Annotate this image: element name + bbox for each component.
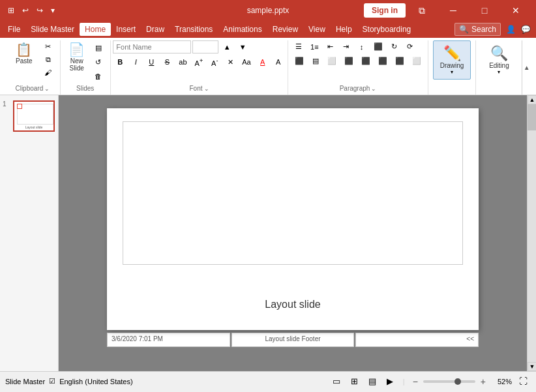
justify-button[interactable]: ⬛ bbox=[341, 55, 357, 67]
menu-transitions[interactable]: Transitions bbox=[170, 23, 218, 36]
align-middle-button[interactable]: ⬛ bbox=[375, 55, 391, 67]
slide-canvas[interactable]: Layout slide bbox=[107, 108, 479, 330]
paste-button[interactable]: 📋 Paste bbox=[10, 40, 38, 67]
drawing-group-label bbox=[434, 84, 471, 95]
slide-footer-page[interactable]: << bbox=[355, 333, 479, 347]
menu-storyboarding[interactable]: Storyboarding bbox=[357, 23, 417, 36]
smart-art-button[interactable]: ⟳ bbox=[403, 40, 417, 53]
clear-format-btn[interactable]: ✕ bbox=[223, 56, 237, 68]
increase-indent-button[interactable]: ⇥ bbox=[339, 40, 353, 53]
drawing-icon: ✏️ bbox=[443, 45, 461, 62]
font-size-down-button[interactable]: ▼ bbox=[235, 41, 250, 53]
reset-button[interactable]: ↺ bbox=[91, 56, 106, 68]
align-center-button[interactable]: ▤ bbox=[308, 55, 323, 67]
sign-in-button[interactable]: Sign in bbox=[364, 3, 406, 18]
title-text: sample.pptx bbox=[247, 6, 290, 15]
ribbon-collapse-button[interactable]: ▲ bbox=[522, 40, 531, 95]
bullets-button[interactable]: ☰ bbox=[291, 40, 306, 53]
strikethrough-button[interactable]: S bbox=[160, 56, 174, 68]
menu-insert[interactable]: Insert bbox=[111, 23, 141, 36]
align-left-button[interactable]: ⬛ bbox=[291, 55, 307, 67]
font-dialog-launcher[interactable]: ⌄ bbox=[204, 85, 209, 92]
copy-button[interactable]: ⧉ bbox=[41, 53, 55, 66]
highlight-color-btn[interactable]: A bbox=[271, 56, 286, 68]
normal-view-button[interactable]: ▭ bbox=[329, 375, 344, 387]
scroll-up-button[interactable]: ▲ bbox=[528, 95, 536, 104]
numbering-button[interactable]: 1≡ bbox=[307, 41, 322, 53]
layout-button[interactable]: ▤ bbox=[91, 42, 106, 54]
clipboard-dialog-launcher[interactable]: ⌄ bbox=[44, 85, 50, 92]
drawing-button[interactable]: ✏️ Drawing ▾ bbox=[433, 40, 471, 80]
reading-view-button[interactable]: ▤ bbox=[365, 375, 380, 387]
font-group: 28 ▲ ▼ B I U S ab A+ A- ✕ Aa A A Font ⌄ bbox=[111, 40, 289, 95]
paragraph-dialog-launcher[interactable]: ⌄ bbox=[371, 85, 376, 92]
italic-button[interactable]: I bbox=[128, 56, 143, 68]
menu-animations[interactable]: Animations bbox=[218, 23, 267, 36]
paragraph-label: Paragraph ⌄ bbox=[293, 85, 422, 95]
font-label: Font ⌄ bbox=[116, 85, 283, 95]
line-spacing-button[interactable]: ↕ bbox=[355, 41, 369, 53]
paragraph-group: ☰ 1≡ ⇤ ⇥ ↕ ⬛ ↻ ⟳ ⬛ ▤ ⬜ ⬛ ⬛ ⬛ ⬛ ⬜ Paragra… bbox=[288, 40, 428, 95]
menu-slide-master[interactable]: Slide Master bbox=[25, 23, 80, 36]
columns-button[interactable]: ⬛ bbox=[370, 40, 386, 53]
more-btn[interactable]: ab bbox=[175, 56, 190, 68]
menu-file[interactable]: File bbox=[3, 23, 25, 36]
clipboard-secondary: ✂ ⧉ 🖌 bbox=[41, 40, 55, 78]
slide-content-box bbox=[123, 121, 463, 265]
menu-home[interactable]: Home bbox=[80, 23, 111, 36]
font-decrease-btn[interactable]: A- bbox=[207, 55, 222, 69]
scroll-down-button[interactable]: ▼ bbox=[528, 362, 536, 371]
comments-btn[interactable]: 💬 bbox=[518, 23, 533, 35]
minimize-button[interactable]: ─ bbox=[438, 0, 468, 21]
bold-button[interactable]: B bbox=[113, 56, 127, 68]
slide-footer-date[interactable]: 3/6/2020 7:01 PM bbox=[107, 333, 230, 347]
font-increase-btn[interactable]: A+ bbox=[192, 55, 207, 69]
close-button[interactable]: ✕ bbox=[501, 0, 531, 21]
slide-delete-button[interactable]: 🗑 bbox=[91, 70, 106, 82]
cut-button[interactable]: ✂ bbox=[41, 40, 55, 53]
new-slide-button[interactable]: 📄 NewSlide bbox=[65, 40, 89, 74]
qa-dropdown-btn[interactable]: ▾ bbox=[48, 5, 57, 16]
font-content: 28 ▲ ▼ B I U S ab A+ A- ✕ Aa A A bbox=[113, 40, 285, 82]
drawing-dropdown-icon: ▾ bbox=[451, 69, 453, 75]
zoom-percentage[interactable]: 52% bbox=[491, 378, 512, 385]
restore-window-button[interactable]: ⧉ bbox=[407, 0, 437, 21]
underline-button[interactable]: U bbox=[144, 56, 158, 68]
align-bottom-button[interactable]: ⬛ bbox=[392, 55, 408, 67]
zoom-slider[interactable] bbox=[423, 380, 475, 383]
menu-help[interactable]: Help bbox=[331, 23, 357, 36]
menu-search-box[interactable]: 🔍 Search bbox=[454, 23, 501, 36]
spell-check-icon[interactable]: ☑ bbox=[49, 377, 55, 385]
font-color-btn[interactable]: A bbox=[256, 56, 270, 68]
case-btn[interactable]: Aa bbox=[239, 56, 254, 68]
zoom-in-button[interactable]: + bbox=[479, 376, 487, 387]
maximize-button[interactable]: □ bbox=[469, 0, 499, 21]
font-size-up-button[interactable]: ▲ bbox=[220, 41, 234, 53]
text-direction-button[interactable]: ↻ bbox=[387, 40, 402, 53]
para-extra-button[interactable]: ⬜ bbox=[409, 55, 424, 67]
menu-draw[interactable]: Draw bbox=[141, 23, 170, 36]
align-right-button[interactable]: ⬜ bbox=[324, 55, 340, 67]
slideshow-view-button[interactable]: ▶ bbox=[383, 375, 396, 387]
slide-num-1: 1 bbox=[3, 100, 10, 108]
slide-thumbnail-1[interactable]: Layout slide bbox=[13, 100, 55, 132]
scroll-thumb[interactable] bbox=[528, 104, 536, 130]
share-btn[interactable]: 👤 bbox=[503, 23, 518, 35]
search-icon: 🔍 bbox=[459, 25, 469, 34]
app-icon-btn[interactable]: ⊞ bbox=[5, 5, 17, 16]
decrease-indent-button[interactable]: ⇤ bbox=[323, 40, 338, 53]
font-name-input[interactable] bbox=[113, 40, 191, 53]
menu-view[interactable]: View bbox=[303, 23, 331, 36]
slide-footer-text[interactable]: Layout slide Footer bbox=[231, 333, 355, 347]
grid-view-button[interactable]: ⊞ bbox=[348, 375, 361, 387]
font-size-input[interactable]: 28 bbox=[192, 40, 218, 53]
fit-window-button[interactable]: ⛶ bbox=[516, 375, 531, 387]
zoom-out-button[interactable]: − bbox=[411, 376, 419, 387]
format-painter-button[interactable]: 🖌 bbox=[41, 67, 55, 78]
redo-btn[interactable]: ↪ bbox=[34, 5, 46, 16]
undo-btn[interactable]: ↩ bbox=[20, 5, 31, 16]
align-top-button[interactable]: ⬛ bbox=[358, 55, 374, 67]
menu-review[interactable]: Review bbox=[267, 23, 303, 36]
editing-button[interactable]: 🔍 Editing ▾ bbox=[482, 40, 516, 80]
editing-group: 🔍 Editing ▾ bbox=[476, 40, 522, 95]
